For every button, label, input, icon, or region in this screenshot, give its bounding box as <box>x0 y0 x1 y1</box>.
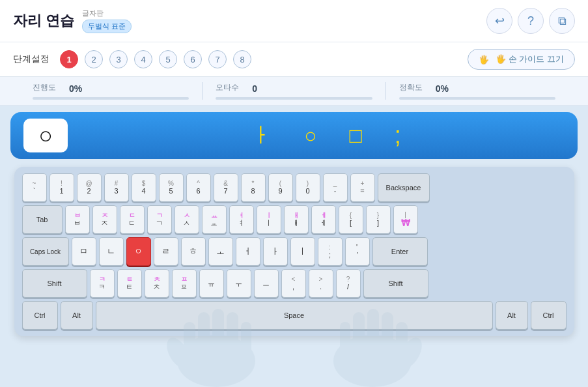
key-alt-left[interactable]: Alt <box>61 301 93 330</box>
key-g[interactable]: ㅎ <box>181 237 206 266</box>
key-i[interactable]: ㅣㅣ <box>257 205 281 234</box>
accuracy-value: 0% <box>436 83 449 94</box>
hand-icon: 🖐 <box>479 55 489 64</box>
key-o[interactable]: ㅐㅐ <box>284 205 309 234</box>
stats-bar: 진행도 0% 오타수 0 정확도 0% <box>0 77 588 106</box>
key-row-qwerty: Tab ㅂㅂ ㅈㅈ ㄷㄷ ㄱㄱ ㅅㅅ ㅛㅛ ㅕㅕ <box>22 205 567 234</box>
step-8[interactable]: 8 <box>233 50 251 68</box>
key-f[interactable]: ㄹ <box>154 237 178 266</box>
key-space[interactable]: Space <box>96 301 493 330</box>
errors-value: 0 <box>252 83 257 94</box>
accuracy-bar-track <box>399 97 555 100</box>
key-k[interactable]: ㅏ <box>263 237 288 266</box>
key-0[interactable]: )0 <box>296 173 320 202</box>
svg-point-13 <box>393 334 426 372</box>
subtitle-block: 글자판 두벌식 표준 <box>82 8 132 33</box>
key-period[interactable]: >. <box>309 269 333 298</box>
key-q[interactable]: ㅂㅂ <box>65 205 90 234</box>
key-rbracket[interactable]: }] <box>366 205 391 234</box>
key-p[interactable]: ㅔㅔ <box>311 205 336 234</box>
step-1[interactable]: 1 <box>60 50 78 68</box>
key-3[interactable]: #3 <box>104 173 129 202</box>
key-shift-left[interactable]: Shift <box>22 269 87 298</box>
key-1[interactable]: !1 <box>49 173 74 202</box>
steps-label: 단계설정 <box>13 53 49 65</box>
step-7[interactable]: 7 <box>208 50 227 68</box>
key-lbracket[interactable]: {[ <box>339 205 363 234</box>
guide-btn-label: 🖐 손 가이드 끄기 <box>496 53 564 65</box>
upcoming-char-4: ; <box>395 122 401 149</box>
key-minus[interactable]: _- <box>323 173 348 202</box>
key-comma[interactable]: <, <box>281 269 306 298</box>
key-x[interactable]: ㅌㅌ <box>117 269 142 298</box>
key-e[interactable]: ㄷㄷ <box>120 205 145 234</box>
key-alt-right[interactable]: Alt <box>496 301 528 330</box>
progress-label: 진행도 <box>33 82 56 93</box>
key-row-numbers: ~` !1 @2 #3 $4 %5 ^6 &7 <box>22 173 567 202</box>
key-n[interactable]: ㅜ <box>227 269 251 298</box>
current-char-box: ○ <box>23 119 68 152</box>
key-8[interactable]: *8 <box>241 173 266 202</box>
key-5[interactable]: %5 <box>159 173 184 202</box>
key-w[interactable]: ㅈㅈ <box>92 205 117 234</box>
stat-accuracy: 정확도 0% <box>385 82 568 100</box>
upcoming-char-2: ○ <box>304 124 316 148</box>
svg-point-0 <box>177 335 255 387</box>
keyboard-area: ~` !1 @2 #3 $4 %5 ^6 &7 <box>0 163 588 387</box>
key-v[interactable]: ㅍㅍ <box>172 269 197 298</box>
step-4[interactable]: 4 <box>134 50 152 68</box>
key-l[interactable]: ㅣ <box>290 237 315 266</box>
header: 자리 연습 글자판 두벌식 표준 ↩ ? ⧉ <box>0 0 588 42</box>
key-backslash[interactable]: |₩ <box>393 205 418 234</box>
key-tab[interactable]: Tab <box>22 205 63 234</box>
step-2[interactable]: 2 <box>85 50 103 68</box>
accuracy-label: 정확도 <box>399 82 423 93</box>
header-left: 자리 연습 글자판 두벌식 표준 <box>13 8 132 33</box>
app-title: 자리 연습 <box>13 11 74 31</box>
key-equal[interactable]: += <box>350 173 375 202</box>
key-y[interactable]: ㅛㅛ <box>202 205 227 234</box>
step-6[interactable]: 6 <box>184 50 202 68</box>
key-ctrl-left[interactable]: Ctrl <box>22 301 58 330</box>
upcoming-char-3: □ <box>349 124 361 148</box>
key-enter[interactable]: Enter <box>372 237 428 266</box>
key-j[interactable]: ㅓ <box>236 237 260 266</box>
key-s[interactable]: ㄴ <box>99 237 124 266</box>
key-quote[interactable]: "' <box>345 237 370 266</box>
window-button[interactable]: ⧉ <box>549 8 575 34</box>
step-5[interactable]: 5 <box>159 50 177 68</box>
key-m[interactable]: ㅡ <box>254 269 279 298</box>
key-d[interactable]: ㅇ <box>126 237 151 266</box>
progress-bar-track <box>33 97 189 100</box>
back-button[interactable]: ↩ <box>486 8 512 34</box>
steps-bar: 단계설정 1 2 3 4 5 6 7 8 🖐 🖐 손 가이드 끄기 <box>0 42 588 77</box>
key-h[interactable]: ㅗ <box>208 237 233 266</box>
guide-toggle-button[interactable]: 🖐 🖐 손 가이드 끄기 <box>468 49 575 70</box>
key-2[interactable]: @2 <box>77 173 102 202</box>
key-c[interactable]: ㅊㅊ <box>145 269 169 298</box>
key-tilde[interactable]: ~` <box>22 173 47 202</box>
key-semicolon[interactable]: :; <box>318 237 343 266</box>
key-z[interactable]: ㅋㅋ <box>90 269 115 298</box>
key-capslock[interactable]: Caps Lock <box>22 237 69 266</box>
key-row-asdf: Caps Lock ㅁ ㄴ ㅇ ㄹ ㅎ ㅗ ㅓ <box>22 237 567 266</box>
key-ctrl-right[interactable]: Ctrl <box>531 301 567 330</box>
key-shift-right[interactable]: Shift <box>363 269 428 298</box>
key-4[interactable]: $4 <box>132 173 156 202</box>
step-3[interactable]: 3 <box>109 50 128 68</box>
key-7[interactable]: &7 <box>214 173 238 202</box>
key-t[interactable]: ㅅㅅ <box>175 205 199 234</box>
header-buttons: ↩ ? ⧉ <box>486 8 575 34</box>
upcoming-chars: ㅏ ○ □ ; <box>87 121 565 150</box>
key-a[interactable]: ㅁ <box>72 237 96 266</box>
key-r[interactable]: ㄱㄱ <box>147 205 172 234</box>
key-slash[interactable]: ?/ <box>336 269 361 298</box>
key-9[interactable]: (9 <box>268 173 293 202</box>
key-6[interactable]: ^6 <box>186 173 211 202</box>
progress-value: 0% <box>69 83 82 94</box>
key-backspace[interactable]: Backspace <box>378 173 430 202</box>
key-b[interactable]: ㅠ <box>199 269 224 298</box>
help-button[interactable]: ? <box>518 8 544 34</box>
key-u[interactable]: ㅕㅕ <box>229 205 254 234</box>
svg-point-6 <box>161 334 194 372</box>
